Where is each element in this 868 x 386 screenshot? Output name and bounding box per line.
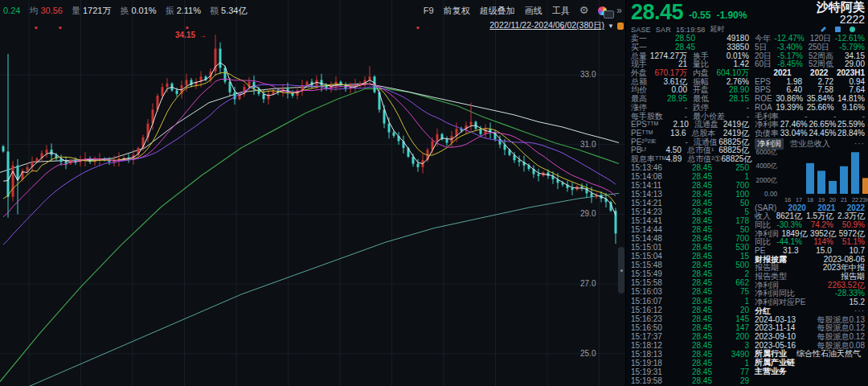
svg-text:→: → (199, 31, 207, 39)
dividend-header: 分红 (755, 307, 771, 315)
chart-mode-icon[interactable] (835, 27, 841, 32)
camera-icon[interactable] (604, 10, 614, 18)
svg-text:29.0: 29.0 (580, 209, 596, 218)
stock-identity: 沙特阿美 2222 (817, 1, 865, 24)
report-info-rows: 财报披露2023-08-06报告期2023年中报报告类型报告期净利润2263.5… (755, 255, 865, 306)
detail-row: 涨停-跌停- (631, 104, 749, 113)
chart-stats: 0.24均30.56量1721万换0.01%振2.11%额5.34亿 (3, 5, 247, 17)
ratio-row: 负债率33.04%24.45%28.84% (755, 129, 865, 138)
lock-icon[interactable] (617, 23, 624, 30)
svg-text:21: 21 (841, 196, 847, 203)
trade-row: 15:14:4828.45700 (631, 235, 749, 244)
svg-text:2000亿: 2000亿 (756, 177, 778, 184)
trade-row: 15:15:4828.45500 (631, 261, 749, 270)
svg-text:23H1: 23H1 (859, 196, 868, 203)
more-tools-icon[interactable]: » (616, 5, 622, 16)
more-options-icon[interactable]: ··· (854, 139, 865, 148)
net-profit-bar-chart[interactable]: 6000亿4000亿2000亿0.001617181920212223H1 (755, 149, 868, 203)
industry-row: 所属产业链 (755, 359, 865, 368)
annual-row: 同比-44.1%114%51.1% (755, 238, 865, 247)
fundamental-column: 今年-12.47%120日-12.61%5日-3.40%250日-5.79%20… (755, 35, 865, 385)
quote-time: 15:19:58 (676, 26, 706, 34)
toolbar-item-前复权[interactable]: 前复权 (444, 5, 470, 17)
quote-detail-column: 卖一28.5049180买一28.4533850总量1274.27万换手0.01… (631, 35, 749, 385)
toolbar-item-超级叠加[interactable]: 超级叠加 (480, 5, 515, 17)
svg-text:4000亿: 4000亿 (756, 163, 778, 170)
industry-row: 主营业务 (755, 367, 865, 376)
stock-code: 2222 (817, 14, 865, 26)
tab-total-revenue[interactable]: 营业总收入 (790, 138, 830, 150)
trade-row: 15:14:0828.451 (631, 172, 749, 181)
trade-row: 15:13:4628.45250 (631, 163, 749, 172)
tab-net-profit[interactable]: 净利润 (755, 138, 784, 150)
stock-app-window: 34.15→33.031.029.027.025.0 0.24均30.56量17… (0, 0, 868, 386)
trade-row: 15:14:2128.4550 (631, 199, 749, 208)
svg-text:18: 18 (807, 196, 813, 203)
trade-row: 15:19:3128.4577 (631, 368, 749, 376)
trade-row: 15:18:1228.453 (631, 341, 749, 350)
financial-ratio-table: 202120222023H1EPS1.982.720.94BPS6.407.58… (755, 69, 865, 138)
panel-resize-handle[interactable] (618, 247, 624, 294)
trade-row: 15:17:3728.45200 (631, 332, 749, 341)
date-range-selector[interactable]: 2022/11/22-2024/06/02(380日) ▼ (489, 20, 624, 31)
trade-row: 15:16:0728.451 (631, 297, 749, 306)
quote-details: 卖一28.5049180买一28.4533850总量1274.27万换手0.01… (631, 35, 749, 163)
edit-icon[interactable] (821, 27, 826, 32)
mini-icons (821, 27, 860, 32)
annual-row: PE31.315.010.7 (755, 247, 865, 256)
svg-text:31.0: 31.0 (580, 140, 596, 149)
dividend-row: 2023-09-10每股派息0.12 (755, 333, 865, 342)
chart-stat: 均30.56 (29, 5, 63, 17)
report-row: 报告类型报告期 (755, 273, 865, 281)
chart-toolbar: F9前复权超级叠加画线工具⚙» (424, 5, 622, 17)
dividend-more-icon[interactable]: ··· (854, 307, 865, 315)
trade-row: 15:15:4928.452 (631, 270, 749, 279)
alert-dot-icon[interactable] (850, 27, 855, 32)
dividend-header-row: 分红 ··· (755, 307, 865, 316)
trade-row: 15:14:4428.4550 (631, 226, 749, 235)
detail-row: 股息率ᵀᵀᴹ4.89总市值²①68825亿 (631, 155, 749, 164)
change-value: -0.55 (689, 10, 710, 24)
ratio-row: 净利率27.46%26.65%25.59% (755, 121, 865, 129)
detail-row: 最高28.95最低28.15 (631, 95, 749, 104)
change-percent: -1.90% (716, 10, 747, 24)
performance-row: 5日-3.40%250日-5.79% (755, 43, 865, 52)
chart-stat: 量1721万 (72, 5, 111, 17)
toolbar-item-F9[interactable]: F9 (424, 6, 434, 15)
candlestick-chart[interactable]: 34.15→33.031.029.027.025.0 (0, 0, 625, 386)
quote-panel: 28.45 -0.55 -1.90% 沙特阿美 2222 SASE SAR 15… (625, 0, 868, 386)
currency-label: SAR (656, 26, 671, 34)
trade-row: 15:14:2328.455 (631, 208, 749, 217)
exchange-label: SASE (631, 26, 651, 34)
toolbar-item-工具[interactable]: 工具 (552, 5, 570, 17)
trade-row: 15:18:1328.453490 (631, 350, 749, 359)
svg-text:22: 22 (852, 196, 858, 203)
gear-icon[interactable]: ⚙ (579, 6, 589, 14)
detail-row: 总量1274.27万换手0.01% (631, 51, 749, 60)
dividend-row: 2023-11-14每股派息0.12 (755, 324, 865, 333)
svg-text:16: 16 (784, 196, 791, 203)
trade-row: 15:15:0128.45530 (631, 244, 749, 253)
chart-stat: 换0.01% (120, 5, 156, 17)
trade-row: 15:14:1328.45100 (631, 190, 749, 199)
date-range-label[interactable]: 2022/11/22-2024/06/02(380日) (489, 20, 604, 31)
chevron-down-icon[interactable]: ▼ (608, 23, 614, 30)
quote-header: 28.45 -0.55 -1.90% 沙特阿美 2222 (631, 0, 865, 24)
price-change: -0.55 -1.90% (689, 10, 747, 24)
svg-text:25.0: 25.0 (580, 349, 596, 358)
detail-row: 买一28.4533850 (631, 43, 749, 52)
detail-row: EPSᵀᵀᴹ2.10流通盘2419亿 (631, 121, 749, 129)
trade-row: 15:14:4128.45178 (631, 217, 749, 226)
trade-row: 15:16:1228.4520 (631, 306, 749, 314)
toolbar-item-画线[interactable]: 画线 (525, 5, 542, 17)
svg-text:17: 17 (796, 196, 802, 203)
annual-results-table: (SAR)202020212022收入8621亿1.5万亿2.3万亿同比-30.… (755, 203, 865, 255)
chart-topbar: 0.24均30.56量1721万换0.01%振2.11%额5.34亿 F9前复权… (0, 2, 625, 18)
ratio-row: EPS1.982.720.94 (755, 77, 865, 86)
svg-text:19: 19 (818, 196, 825, 203)
report-row: 净利润对应PE15.2 (755, 298, 865, 307)
performance-rows: 今年-12.47%120日-12.61%5日-3.40%250日-5.79%20… (755, 35, 865, 69)
svg-text:6000亿: 6000亿 (756, 149, 778, 156)
svg-text:33.0: 33.0 (580, 70, 596, 79)
trade-row: 15:15:0428.4515 (631, 253, 749, 261)
